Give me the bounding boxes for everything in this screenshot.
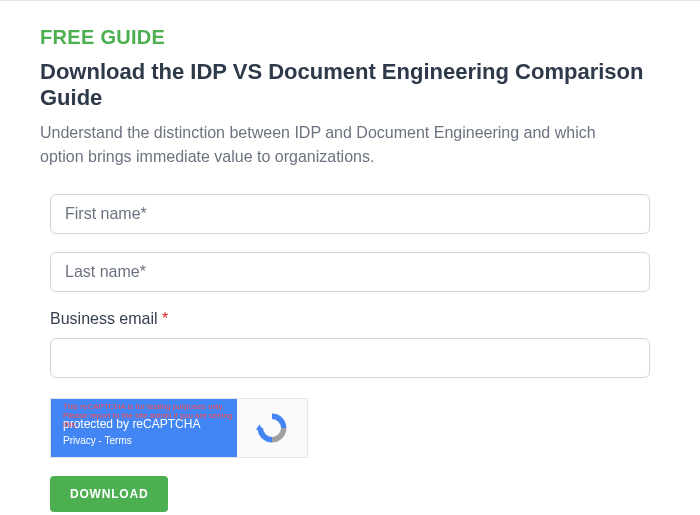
recaptcha-terms-link[interactable]: Terms: [105, 435, 132, 446]
business-email-label: Business email *: [50, 310, 650, 328]
recaptcha-links: Privacy - Terms: [63, 435, 225, 446]
business-email-input[interactable]: [50, 338, 650, 378]
required-mark: *: [162, 310, 168, 327]
recaptcha-separator: -: [96, 435, 105, 446]
first-name-input[interactable]: [50, 194, 650, 234]
download-form: Business email * This reCAPTCHA is for t…: [40, 194, 660, 512]
recaptcha-info: This reCAPTCHA is for testing purposes o…: [51, 399, 237, 457]
download-button[interactable]: DOWNLOAD: [50, 476, 168, 512]
recaptcha-icon: [254, 410, 290, 446]
eyebrow-label: FREE GUIDE: [40, 26, 660, 49]
page-heading: Download the IDP VS Document Engineering…: [40, 59, 660, 111]
business-email-wrapper: Business email *: [50, 310, 650, 378]
last-name-wrapper: [50, 252, 650, 292]
business-email-label-text: Business email: [50, 310, 158, 327]
recaptcha-privacy-link[interactable]: Privacy: [63, 435, 96, 446]
first-name-wrapper: [50, 194, 650, 234]
svg-marker-0: [256, 424, 263, 429]
recaptcha-logo-area: [237, 399, 307, 457]
last-name-input[interactable]: [50, 252, 650, 292]
page-subheading: Understand the distinction between IDP a…: [40, 121, 630, 169]
recaptcha-widget[interactable]: This reCAPTCHA is for testing purposes o…: [50, 398, 308, 458]
recaptcha-warning: This reCAPTCHA is for testing purposes o…: [63, 403, 233, 429]
